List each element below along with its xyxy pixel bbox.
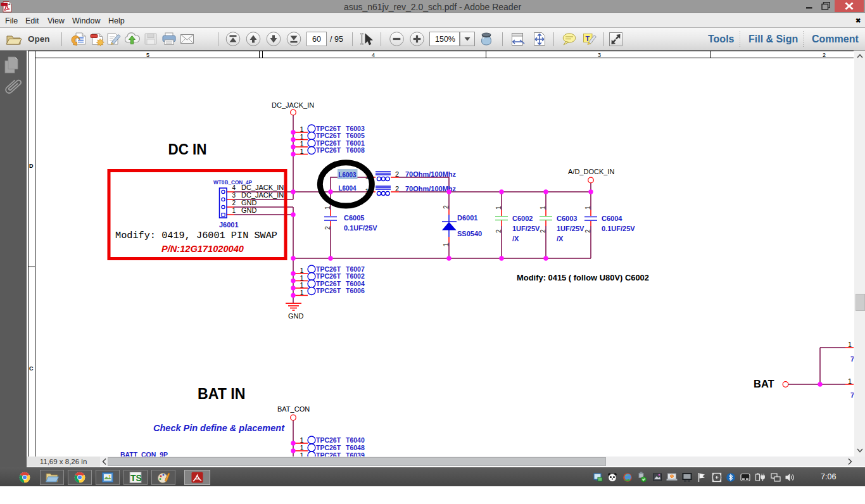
svg-text:TPC26T: TPC26T (316, 139, 341, 147)
svg-text:GND: GND (241, 199, 257, 206)
svg-text:1: 1 (442, 243, 450, 247)
svg-text:1: 1 (365, 173, 369, 180)
svg-text:GND: GND (241, 206, 257, 214)
svg-text:1: 1 (848, 377, 852, 385)
svg-text:C6004: C6004 (602, 215, 622, 222)
svg-text:C: C (29, 365, 34, 372)
svg-text:1: 1 (324, 206, 331, 210)
svg-text:0.1UF/25V: 0.1UF/25V (602, 225, 635, 232)
svg-text:2: 2 (232, 199, 236, 206)
svg-text:/X: /X (557, 235, 564, 243)
svg-text:TPC26T: TPC26T (316, 132, 341, 139)
svg-text:2: 2 (823, 52, 826, 58)
svg-text:Modify: 0415 ( follow U80V) C: Modify: 0415 ( follow U80V) C6002 (517, 273, 649, 282)
svg-text:1: 1 (495, 206, 502, 210)
svg-text:BAT: BAT (754, 378, 774, 389)
svg-text:TPC26T: TPC26T (316, 280, 341, 287)
svg-text:7: 7 (850, 391, 854, 399)
svg-text:1UF/25V: 1UF/25V (557, 225, 584, 232)
svg-text:T6040: T6040 (346, 436, 365, 444)
svg-text:D6001: D6001 (457, 214, 477, 222)
svg-text:T6048: T6048 (346, 444, 365, 451)
svg-text:1: 1 (300, 436, 304, 444)
svg-text:150%: 150% (435, 35, 455, 44)
svg-text:1: 1 (300, 289, 304, 296)
svg-text:60: 60 (312, 35, 321, 44)
svg-text:BATT_CON_9P: BATT_CON_9P (120, 451, 168, 457)
svg-text:TPC26T: TPC26T (316, 146, 341, 154)
svg-text:Open: Open (28, 34, 50, 44)
svg-text:2: 2 (495, 229, 502, 233)
svg-text:T6006: T6006 (346, 287, 365, 294)
svg-text:0.1UF/25V: 0.1UF/25V (344, 224, 377, 232)
svg-text:T6005: T6005 (346, 132, 365, 139)
svg-text:3: 3 (232, 192, 236, 199)
svg-text:4: 4 (232, 184, 236, 191)
svg-text:C6003: C6003 (557, 215, 577, 222)
svg-text:BAT_CON: BAT_CON (277, 405, 310, 413)
svg-text:1: 1 (300, 148, 304, 155)
svg-text:1: 1 (232, 207, 236, 214)
svg-text:2: 2 (395, 170, 399, 178)
svg-text:TS: TS (130, 473, 142, 483)
svg-text:2: 2 (324, 226, 331, 230)
svg-text:L6004: L6004 (339, 184, 357, 192)
svg-text:DC_JACK_IN: DC_JACK_IN (241, 184, 284, 191)
svg-text:T6007: T6007 (346, 265, 365, 273)
svg-text:TPC26T: TPC26T (316, 436, 341, 444)
svg-text:P/N:12G171020040: P/N:12G171020040 (161, 244, 244, 254)
svg-text:70Ohm/100Mhz: 70Ohm/100Mhz (405, 170, 457, 178)
svg-text:T6003: T6003 (346, 125, 365, 132)
svg-text:DC_JACK_IN: DC_JACK_IN (241, 191, 284, 199)
svg-text:2: 2 (539, 229, 546, 233)
svg-text:7: 7 (850, 355, 854, 363)
svg-text:TPC26T: TPC26T (316, 287, 341, 294)
svg-text:SS0540: SS0540 (457, 230, 482, 237)
svg-text:T6002: T6002 (346, 272, 365, 280)
svg-text:1: 1 (300, 133, 304, 141)
svg-text:A/D_DOCK_IN: A/D_DOCK_IN (568, 168, 614, 175)
svg-text:1: 1 (300, 444, 304, 451)
svg-text:1UF/25V: 1UF/25V (512, 225, 540, 232)
svg-text:1: 1 (365, 187, 369, 195)
svg-text:1: 1 (300, 140, 304, 148)
svg-text:C6005: C6005 (344, 214, 364, 222)
svg-text:2: 2 (442, 205, 450, 209)
svg-text:1: 1 (848, 341, 852, 348)
svg-text:1: 1 (584, 206, 591, 210)
svg-text:BAT IN: BAT IN (198, 386, 246, 402)
svg-text:T6039: T6039 (346, 451, 365, 457)
svg-text:2: 2 (584, 229, 591, 233)
svg-text:/ 95: / 95 (330, 35, 343, 44)
svg-text:D: D (29, 163, 34, 169)
svg-text:1: 1 (300, 451, 304, 457)
svg-text:4: 4 (372, 52, 375, 58)
svg-text:DC IN: DC IN (168, 141, 207, 158)
svg-text:5: 5 (146, 52, 149, 58)
svg-text:L6003: L6003 (339, 171, 357, 179)
svg-text:TPC26T: TPC26T (316, 125, 341, 132)
svg-text:C6002: C6002 (512, 215, 533, 222)
svg-text:3: 3 (598, 52, 601, 58)
svg-text:/X: /X (512, 235, 519, 243)
svg-text:DC_JACK_IN: DC_JACK_IN (272, 101, 314, 109)
svg-text:TPC26T: TPC26T (316, 451, 341, 457)
svg-text:T6004: T6004 (346, 280, 365, 287)
svg-text:T6008: T6008 (346, 146, 365, 154)
svg-text:J6001: J6001 (219, 221, 239, 229)
svg-text:Check Pin define & placement: Check Pin define & placement (153, 422, 285, 433)
svg-text:Modify: 0419, J6001 PIN SWAP: Modify: 0419, J6001 PIN SWAP (115, 230, 277, 241)
svg-text:TPC26T: TPC26T (316, 444, 341, 451)
svg-text:1: 1 (300, 274, 304, 282)
svg-text:1: 1 (300, 281, 304, 289)
svg-text:T6001: T6001 (346, 139, 365, 147)
svg-text:1: 1 (539, 206, 546, 210)
svg-text:1: 1 (300, 267, 304, 274)
svg-text:GND: GND (288, 312, 304, 320)
svg-text:TPC26T: TPC26T (316, 272, 341, 280)
svg-text:1: 1 (300, 125, 304, 133)
svg-text:2: 2 (395, 185, 399, 192)
svg-text:TPC26T: TPC26T (316, 265, 341, 273)
